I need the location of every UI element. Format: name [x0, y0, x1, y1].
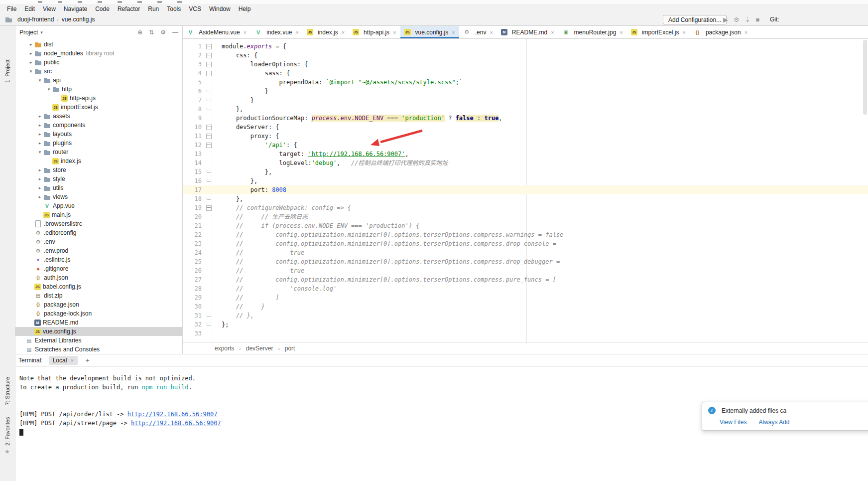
close-tab-icon[interactable]: × [551, 29, 554, 35]
tab-index-js[interactable]: JSindex.js× [303, 26, 349, 38]
menu-refactor[interactable]: Refactor [114, 4, 144, 13]
code-line[interactable]: 31 // }, [183, 311, 868, 320]
breadcrumb-file[interactable]: vue.config.js [62, 16, 95, 23]
code-line[interactable]: 11 proxy: { [183, 132, 868, 141]
tree-item-auth-json[interactable]: {}auth.json [15, 273, 182, 282]
tab-menurouter-jpg[interactable]: ▣menuRouter.jpg× [558, 26, 627, 38]
tree-item-api[interactable]: ▾api [15, 76, 182, 85]
url-string-link[interactable]: 'http://192.168.66.56:9007' [308, 151, 405, 158]
scrollbar-thumb[interactable] [863, 40, 867, 115]
tree-item-main-js[interactable]: JSmain.js [15, 210, 182, 219]
chevron-right-icon[interactable]: ▸ [36, 185, 43, 190]
code-line[interactable]: 28 // 'console.log' [183, 284, 868, 293]
code-line[interactable]: 8 }, [183, 105, 868, 114]
tree-item-external-libraries[interactable]: ▤External Libraries [15, 336, 182, 345]
tree-item-utils[interactable]: ▸utils [15, 183, 182, 192]
tree-item-dist-zip[interactable]: ▤dist.zip [15, 291, 182, 300]
breadcrumb-project[interactable]: duoji-frontend [17, 16, 54, 23]
tab-index-vue[interactable]: Vindex.vue× [250, 26, 303, 38]
code-line[interactable]: 15 }, [183, 167, 868, 176]
tool-window-button-structure[interactable]: 7: Structure [0, 371, 14, 412]
code-line[interactable]: 10 devServer: { [183, 123, 868, 132]
chevron-down-icon[interactable]: ▾ [45, 87, 52, 92]
code-line[interactable]: 21 // if (process.env.NODE_ENV === 'prod… [183, 221, 868, 230]
fold-minus-icon[interactable] [206, 205, 212, 211]
tree-item-dist[interactable]: ▸dist [15, 40, 182, 49]
fold-marker-icon[interactable] [204, 141, 214, 150]
menu-edit[interactable]: Edit [20, 4, 39, 13]
chevron-right-icon[interactable]: ▸ [36, 194, 43, 199]
notification-link-always-add[interactable]: Always Add [758, 419, 789, 426]
tree-item-http-api-js[interactable]: JShttp-api.js [15, 94, 182, 103]
code-line[interactable]: 26 // true [183, 266, 868, 275]
code-line[interactable]: 3 loaderOptions: { [183, 60, 868, 69]
collapse-all-icon[interactable]: ⇅ [149, 29, 154, 36]
fold-marker-icon[interactable] [204, 51, 214, 60]
menu-run[interactable]: Run [144, 4, 163, 13]
chevron-right-icon[interactable]: ▸ [36, 114, 43, 119]
close-tab-icon[interactable]: × [620, 29, 622, 35]
close-tab-icon[interactable]: × [244, 29, 247, 35]
chevron-right-icon[interactable]: ▸ [36, 132, 43, 137]
locate-icon[interactable]: ⊕ [137, 29, 142, 36]
tree-item-style[interactable]: ▸style [15, 174, 182, 183]
fold-marker-icon[interactable] [204, 132, 214, 141]
update-button[interactable]: ⇣ [745, 16, 750, 23]
tool-window-button-favorites[interactable]: 2: Favorites [0, 414, 14, 448]
tab-env[interactable]: ⚙.env× [459, 26, 497, 38]
chevron-right-icon[interactable]: ▸ [36, 167, 43, 172]
tree-item-babel-config-js[interactable]: JSbabel.config.js [15, 282, 182, 291]
tree-item-components[interactable]: ▸components [15, 121, 182, 130]
code-line[interactable]: 20 // // 生产去除日志 [183, 212, 868, 221]
tree-item-env-prod[interactable]: ⚙.env.prod [15, 246, 182, 255]
tree-item-browserslistrc[interactable]: .browserslistrc [15, 219, 182, 228]
tab-importexcel-js[interactable]: JSimportExcel.js× [627, 26, 690, 38]
tab-http-api-js[interactable]: JShttp-api.js× [349, 26, 400, 38]
code-line[interactable]: 18 }, [183, 194, 868, 203]
tree-item-scratches-and-consoles[interactable]: ▨Scratches and Consoles [15, 345, 182, 354]
code-line[interactable]: 2 css: { [183, 51, 868, 60]
fold-minus-icon[interactable] [206, 134, 212, 139]
tree-item-gitignore[interactable]: ◆.gitignore [15, 264, 182, 273]
chevron-right-icon[interactable]: ▸ [27, 51, 34, 56]
fold-marker-icon[interactable] [204, 69, 214, 78]
chevron-down-icon[interactable]: ▾ [27, 69, 34, 74]
code-line[interactable]: 32}; [183, 320, 868, 329]
code-line[interactable]: 33 [183, 329, 868, 338]
code-line[interactable]: 13 target: 'http://192.168.66.56:9007', [183, 150, 868, 159]
project-view-selector[interactable]: Project [19, 29, 38, 36]
code-line[interactable]: 16 }, [183, 176, 868, 185]
add-configuration-button[interactable]: Add Configuration... [663, 15, 727, 24]
tree-item-eslintrc-js[interactable]: ●.eslintrc.js [15, 255, 182, 264]
chevron-down-icon[interactable]: ▾ [36, 78, 43, 83]
tree-item-package-lock-json[interactable]: {}package-lock.json [15, 309, 182, 318]
code-line[interactable]: 12 '/api': { [183, 141, 868, 150]
fold-minus-icon[interactable] [206, 62, 212, 67]
tree-item-store[interactable]: ▸store [15, 165, 182, 174]
tree-item-http[interactable]: ▾http [15, 85, 182, 94]
close-tab-icon[interactable]: × [490, 29, 493, 35]
code-line[interactable]: 22 // config.optimization.minimizer[0].o… [183, 230, 868, 239]
code-line[interactable]: 30 // } [183, 302, 868, 311]
close-tab-icon[interactable]: × [296, 29, 299, 35]
close-tab-icon[interactable]: × [393, 29, 396, 35]
fold-minus-icon[interactable] [206, 125, 212, 130]
tree-item-plugins[interactable]: ▸plugins [15, 139, 182, 148]
code-line[interactable]: 23 // config.optimization.minimizer[0].o… [183, 239, 868, 248]
tree-item-src[interactable]: ▾src [15, 67, 182, 76]
tree-item-public[interactable]: ▸public [15, 58, 182, 67]
tree-item-node-modules[interactable]: ▸node_moduleslibrary root [15, 49, 182, 58]
breadcrumb-devserver[interactable]: devServer [246, 345, 273, 352]
code-line[interactable]: 9 productionSourceMap: process.env.NODE_… [183, 114, 868, 123]
chevron-right-icon[interactable]: ▸ [36, 141, 43, 146]
tool-window-button-project[interactable]: 1: Project [0, 53, 14, 90]
run-button[interactable]: ▶ [723, 16, 728, 23]
menu-vcs[interactable]: VCS [185, 4, 205, 13]
chevron-right-icon[interactable]: ▸ [27, 42, 34, 47]
fold-minus-icon[interactable] [206, 44, 212, 49]
chevron-down-icon[interactable]: ▾ [36, 150, 43, 155]
terminal-link[interactable]: http://192.168.66.56:9007 [127, 411, 218, 418]
tree-item-index-js[interactable]: JSindex.js [15, 157, 182, 165]
code-line[interactable]: 29 // ] [183, 293, 868, 302]
fold-minus-icon[interactable] [206, 143, 212, 148]
